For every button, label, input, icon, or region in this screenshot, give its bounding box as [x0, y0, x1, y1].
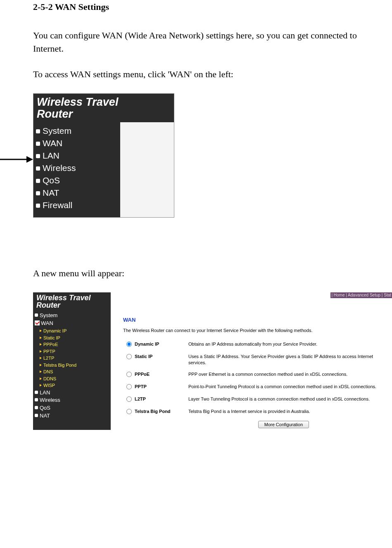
- sidebar-item-label: LAN: [43, 151, 59, 160]
- sidebar-subitem-telstra-big-pond[interactable]: Telstra Big Pond: [40, 362, 111, 369]
- bullet-icon: [36, 166, 40, 171]
- router-title-line1: Wireless Travel: [37, 96, 118, 108]
- chevron-right-icon: [40, 330, 42, 332]
- wan-radio-l2tp[interactable]: [126, 396, 132, 402]
- top-nav-links[interactable]: | Home | Adavanced Setup | Stat: [330, 292, 392, 298]
- sidebar-item-label: NAT: [40, 413, 50, 419]
- sidebar-item-wireless[interactable]: Wireless: [34, 396, 111, 404]
- sidebar-subitem-label: WISP: [43, 383, 55, 388]
- sidebar-subitem-label: Dynamic IP: [43, 328, 67, 333]
- more-configuration-button[interactable]: More Configuration: [258, 421, 309, 428]
- chevron-right-icon: [40, 337, 42, 339]
- wan-option-label: L2TP: [135, 396, 188, 401]
- bullet-icon: [35, 406, 38, 409]
- arrow-pointer-icon: [0, 153, 33, 166]
- router-brand-title-small: Wireless Travel Router: [33, 292, 111, 311]
- sidebar-subitem-label: DNS: [43, 369, 53, 374]
- sidebar-item-label: Firewall: [43, 200, 72, 210]
- sidebar-subitem-ddns[interactable]: DDNS: [40, 375, 111, 382]
- router-title-line2-small: Router: [36, 301, 60, 309]
- wan-radio-dynamic[interactable]: [126, 342, 132, 347]
- wan-option-label: Static IP: [135, 353, 188, 359]
- sidebar-subitem-dns[interactable]: DNS: [40, 368, 111, 375]
- sidebar-item-label: LAN: [40, 389, 50, 396]
- sidebar-subitem-static-ip[interactable]: Static IP: [40, 334, 111, 342]
- paragraph-2: To access WAN settings menu, click 'WAN'…: [33, 68, 359, 81]
- sidebar-item-system[interactable]: System: [34, 312, 111, 320]
- sidebar-subitem-pppoe[interactable]: PPPoE: [40, 341, 111, 348]
- sidebar-item-nat[interactable]: NAT: [35, 187, 120, 199]
- sidebar-item-label: QoS: [43, 176, 60, 185]
- bullet-icon: [35, 313, 38, 317]
- sidebar-item-label: System: [43, 126, 71, 135]
- sidebar-subitem-label: Static IP: [43, 335, 60, 340]
- chevron-right-icon: [40, 377, 42, 380]
- wan-option-desc: Telstra Big Pond is a Internet service i…: [188, 408, 390, 414]
- sidebar-item-lan[interactable]: LAN: [35, 149, 120, 162]
- chevron-right-icon: [40, 357, 42, 359]
- bullet-icon: [36, 154, 40, 158]
- bullet-icon: [36, 204, 40, 208]
- sidebar-item-label: QoS: [40, 405, 50, 411]
- sidebar-item-label: NAT: [43, 188, 59, 197]
- bullet-icon: [36, 142, 40, 146]
- check-icon: [35, 320, 40, 325]
- bullet-icon: [35, 391, 38, 394]
- paragraph-3: A new menu will appear:: [33, 267, 359, 280]
- wan-option-label: PPPoE: [135, 371, 188, 377]
- wan-radio-telstra[interactable]: [126, 409, 132, 414]
- wan-option-label: Telstra Big Pond: [135, 408, 188, 414]
- sidebar-subitem-wisp[interactable]: WISP: [40, 382, 111, 389]
- content-panel: WAN The Wireless Router can connect to y…: [111, 310, 392, 430]
- sidebar-subitem-label: PPPoE: [43, 342, 58, 347]
- content-title: WAN: [123, 317, 390, 323]
- wan-option-l2tp: L2TPLayer Two Tunneling Protocol is a co…: [123, 394, 390, 404]
- sidebar-subitem-label: Telstra Big Pond: [43, 363, 76, 368]
- sidebar-item-label: WAN: [43, 138, 62, 148]
- wan-option-desc: PPP over Ethernet is a common connection…: [188, 371, 390, 377]
- sidebar-subitem-label: L2TP: [43, 356, 54, 361]
- wan-radio-pppoe[interactable]: [126, 372, 132, 377]
- sidebar-item-nat[interactable]: NAT: [34, 412, 111, 420]
- sidebar-item-firewall[interactable]: Firewall: [35, 199, 120, 211]
- sidebar-item-qos[interactable]: QoS: [34, 404, 111, 412]
- wan-option-dynamic: Dynamic IPObtains an IP Address automati…: [123, 339, 390, 349]
- sidebar-item-label: Wireless: [40, 397, 60, 403]
- chevron-right-icon: [40, 350, 42, 353]
- wan-option-label: PPTP: [135, 384, 188, 389]
- wan-option-pptp: PPTPPoint-to-Point Tunneling Protocol is…: [123, 382, 390, 392]
- chevron-right-icon: [40, 370, 42, 373]
- wan-option-desc: Uses a Static IP Address. Your Service P…: [188, 353, 390, 365]
- wan-option-desc: Layer Two Tunneling Protocol is a common…: [188, 396, 390, 402]
- sidebar-item-wan[interactable]: WAN: [34, 320, 111, 327]
- bullet-icon: [36, 179, 40, 183]
- wan-radio-pptp[interactable]: [126, 384, 132, 389]
- sidebar-item-wireless[interactable]: Wireless: [35, 162, 120, 174]
- sidebar-subitem-pptp[interactable]: PPTP: [40, 348, 111, 355]
- sidebar-subitem-label: DDNS: [43, 376, 56, 381]
- sidebar-item-lan[interactable]: LAN: [34, 389, 111, 397]
- sidebar-item-qos[interactable]: QoS: [35, 174, 120, 187]
- chevron-right-icon: [40, 364, 42, 366]
- svg-marker-1: [26, 156, 33, 163]
- sidebar-subitem-dynamic-ip[interactable]: Dynamic IP: [40, 327, 111, 334]
- sidebar-nav: System WAN Dynamic IPStatic IPPPPoEPPTPL…: [33, 310, 111, 430]
- router-title-line1-small: Wireless Travel: [36, 294, 91, 302]
- sidebar-subitem-label: PPTP: [43, 349, 55, 354]
- sidebar-item-label: Wireless: [43, 163, 76, 173]
- sidebar-item-label: WAN: [41, 320, 53, 326]
- paragraph-1: You can configure WAN (Wide Area Network…: [33, 29, 359, 55]
- wan-option-desc: Point-to-Point Tunneling Protocol is a c…: [188, 384, 390, 389]
- content-intro: The Wireless Router can connect to your …: [123, 328, 390, 333]
- bullet-icon: [36, 129, 40, 133]
- wan-radio-static[interactable]: [126, 354, 132, 359]
- wan-option-pppoe: PPPoEPPP over Ethernet is a common conne…: [123, 370, 390, 380]
- sidebar-item-label: System: [40, 312, 57, 318]
- sidebar-item-wan[interactable]: WAN: [35, 137, 120, 149]
- screenshot-sidebar-closeup: Wireless Travel Router SystemWANLANWirel…: [33, 93, 359, 254]
- bullet-icon: [35, 398, 38, 401]
- chevron-right-icon: [40, 343, 42, 346]
- sidebar-item-system[interactable]: System: [35, 125, 120, 137]
- wan-option-label: Dynamic IP: [135, 341, 188, 346]
- sidebar-subitem-l2tp[interactable]: L2TP: [40, 355, 111, 362]
